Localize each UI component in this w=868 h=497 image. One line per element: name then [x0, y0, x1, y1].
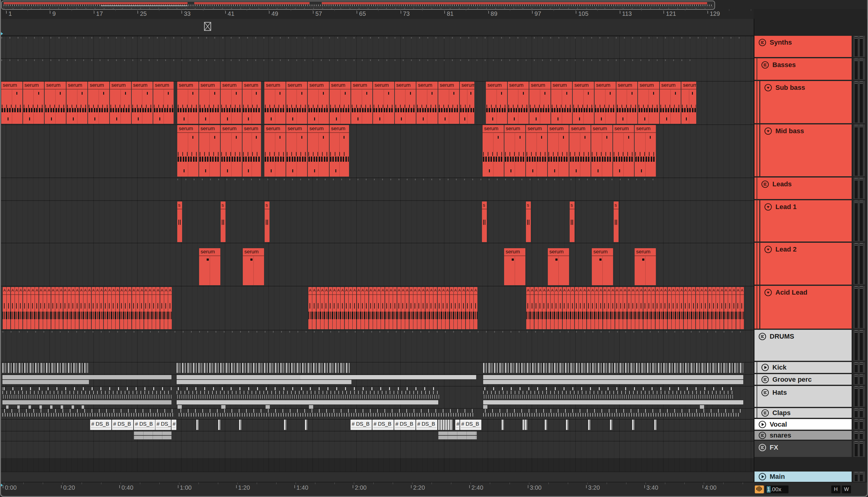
midi-clip-acid[interactable]: A	[124, 287, 127, 329]
midi-clip-serum[interactable]: serum	[351, 82, 372, 124]
group-icon[interactable]	[761, 180, 769, 188]
midi-clip-lead1[interactable]: s	[570, 201, 574, 242]
audio-clip-vocal[interactable]: # DS_B	[134, 420, 155, 430]
midi-clip-acid[interactable]: A	[732, 287, 736, 329]
loop-marker-icon[interactable]	[204, 22, 211, 31]
midi-clip-serum[interactable]: serum	[330, 82, 351, 124]
midi-clip-acid[interactable]: A	[526, 287, 530, 329]
midi-clip-acid[interactable]: A	[67, 287, 71, 329]
midi-clip-acid[interactable]: A	[71, 287, 75, 329]
midi-clip-acid[interactable]: A	[104, 287, 108, 329]
midi-clip-serum[interactable]: serum	[132, 82, 153, 124]
midi-clip-acid[interactable]: A	[450, 287, 453, 329]
midi-clip-acid[interactable]: A	[575, 287, 579, 329]
track-header-basses[interactable]: Basses	[757, 58, 852, 80]
audio-clip-vocal-sliver[interactable]	[502, 420, 504, 430]
midi-clip-lead2[interactable]: serum	[199, 248, 220, 285]
track-header-lead2[interactable]: Lead 2	[760, 243, 852, 285]
midi-clip-serum[interactable]: serum	[483, 125, 504, 176]
audio-clip-vocal-sliver[interactable]	[566, 420, 568, 430]
midi-clip-acid[interactable]: A	[128, 287, 131, 329]
audio-clip-groove[interactable]	[2, 375, 171, 379]
chevron-down-icon[interactable]	[764, 245, 772, 253]
midi-clip-acid[interactable]: A	[445, 287, 449, 329]
midi-clip-acid[interactable]: A	[312, 287, 316, 329]
midi-clip-acid[interactable]: A	[373, 287, 376, 329]
arrangement-timeline[interactable]: serumserumserumserumserumserumserumserum…	[0, 0, 754, 497]
audio-clip-hats-bar[interactable]	[2, 400, 171, 404]
audio-clip-vocal[interactable]: # DS_B	[351, 420, 372, 430]
midi-clip-serum[interactable]: serum	[486, 82, 507, 124]
midi-clip-acid[interactable]: A	[39, 287, 43, 329]
midi-clip-acid[interactable]: A	[583, 287, 586, 329]
midi-clip-acid[interactable]: A	[433, 287, 437, 329]
midi-clip-acid[interactable]: A	[659, 287, 663, 329]
midi-clip-acid[interactable]: A	[413, 287, 417, 329]
audio-clip-kick[interactable]	[176, 363, 350, 373]
time-ruler-ticks[interactable]	[0, 482, 754, 485]
audio-clip-vocal-sliver[interactable]	[448, 420, 450, 430]
track-header-synths[interactable]: Synths	[754, 36, 852, 57]
audio-clip-snares[interactable]	[438, 431, 477, 435]
midi-clip-acid[interactable]: A	[7, 287, 10, 329]
midi-clip-acid[interactable]: A	[740, 287, 744, 329]
midi-clip-acid[interactable]: A	[619, 287, 623, 329]
midi-clip-serum[interactable]: serum	[45, 82, 66, 124]
midi-clip-acid[interactable]: A	[96, 287, 99, 329]
midi-clip-acid[interactable]: A	[19, 287, 23, 329]
midi-clip-serum[interactable]: serum	[242, 125, 261, 176]
midi-clip-acid[interactable]: A	[136, 287, 140, 329]
midi-clip-hats[interactable]	[483, 387, 733, 400]
midi-clip-acid[interactable]: A	[59, 287, 63, 329]
midi-clip-serum[interactable]: serum	[220, 125, 242, 176]
midi-clip-serum[interactable]: serum	[286, 82, 308, 124]
audio-clip-vocal[interactable]: # DS_B	[416, 420, 437, 430]
midi-clip-serum[interactable]: serum	[616, 82, 638, 124]
midi-clip-acid[interactable]: A	[47, 287, 51, 329]
midi-clip-acid[interactable]: A	[720, 287, 724, 329]
midi-clip-serum[interactable]: serum	[551, 82, 572, 124]
play-icon[interactable]	[761, 364, 769, 371]
midi-clip-acid[interactable]: A	[442, 287, 445, 329]
midi-clip-acid[interactable]: A	[546, 287, 550, 329]
midi-clip-acid[interactable]: A	[558, 287, 562, 329]
audio-clip-hats-bar[interactable]	[483, 400, 743, 404]
midi-clip-acid[interactable]: A	[144, 287, 148, 329]
midi-clip-acid[interactable]: A	[611, 287, 615, 329]
midi-clip-serum[interactable]: serum	[23, 82, 44, 124]
track-header-fx[interactable]: FX	[754, 441, 852, 457]
midi-clip-acid[interactable]: A	[87, 287, 91, 329]
midi-clip-acid[interactable]: A	[615, 287, 619, 329]
midi-clip-acid[interactable]: A	[397, 287, 401, 329]
main-track-lane[interactable]	[0, 471, 754, 482]
midi-clip-serum[interactable]: serum	[177, 125, 199, 176]
track-lane-drums[interactable]	[0, 330, 754, 362]
midi-clip-claps[interactable]	[179, 409, 475, 416]
midi-clip-acid[interactable]: A	[55, 287, 59, 329]
midi-clip-lead1[interactable]: s	[220, 201, 226, 242]
track-lane-snares[interactable]	[0, 431, 754, 441]
midi-clip-acid[interactable]: A	[426, 287, 429, 329]
midi-clip-acid[interactable]: A	[345, 287, 348, 329]
audio-clip-vocal[interactable]: # DS_B	[372, 420, 394, 430]
midi-clip-acid[interactable]: A	[680, 287, 683, 329]
midi-clip-serum[interactable]: serum	[199, 125, 220, 176]
midi-clip-acid[interactable]: A	[635, 287, 639, 329]
midi-clip-acid[interactable]: A	[156, 287, 160, 329]
midi-clip-acid[interactable]: A	[417, 287, 421, 329]
midi-clip-acid[interactable]: A	[639, 287, 643, 329]
audio-clip-vocal-sliver[interactable]	[218, 420, 220, 430]
midi-clip-acid[interactable]: A	[393, 287, 397, 329]
midi-clip-acid[interactable]: A	[11, 287, 15, 329]
midi-clip-acid[interactable]: A	[27, 287, 31, 329]
midi-clip-acid[interactable]: A	[542, 287, 546, 329]
audio-clip-groove[interactable]	[483, 375, 743, 379]
audio-clip-vocal-sliver[interactable]	[523, 420, 525, 430]
midi-clip-acid[interactable]: A	[164, 287, 168, 329]
midi-clip-serum[interactable]: serum	[67, 82, 88, 124]
midi-clip-acid[interactable]: A	[333, 287, 336, 329]
midi-clip-acid[interactable]: A	[329, 287, 332, 329]
track-lane-basses[interactable]	[0, 58, 754, 81]
midi-clip-acid[interactable]: A	[579, 287, 582, 329]
midi-clip-acid[interactable]: A	[353, 287, 356, 329]
